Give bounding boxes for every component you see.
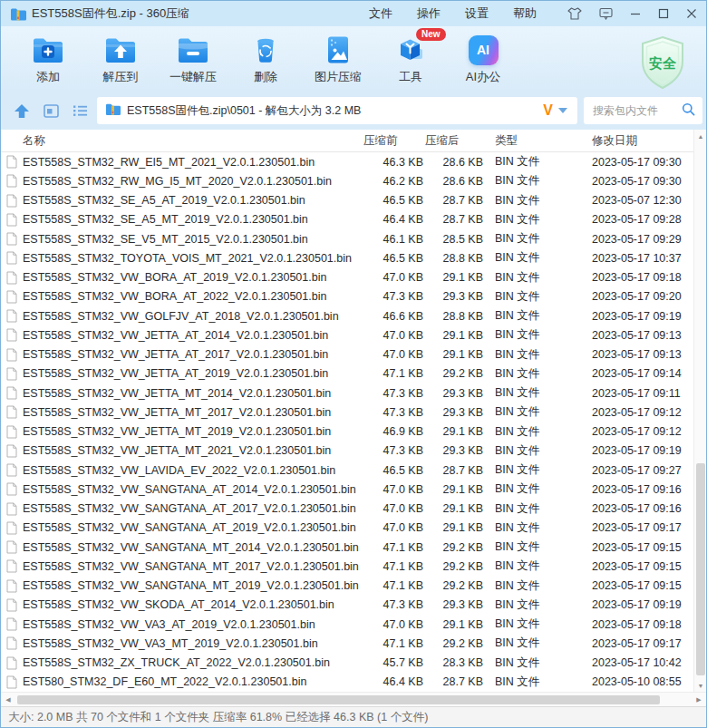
- delete-button[interactable]: 删除: [229, 26, 302, 92]
- table-row[interactable]: EST558S_STM32_TOYOTA_VOIS_MT_2021_V2.0.1…: [1, 248, 693, 267]
- file-type: BIN 文件: [483, 231, 570, 247]
- table-row[interactable]: EST580_STM32_DF_E60_MT_2022_V2.0.1.23050…: [1, 673, 693, 692]
- add-button[interactable]: 添加: [12, 26, 84, 92]
- one-click-extract-label: 一键解压: [169, 69, 217, 85]
- table-row[interactable]: EST558S_STM32_VW_JETTA_MT_2021_V2.0.1.23…: [1, 442, 693, 461]
- menu-actions[interactable]: 操作: [417, 5, 441, 22]
- file-icon: [6, 194, 23, 208]
- modified-date: 2023-05-17 09:13: [570, 329, 693, 342]
- table-row[interactable]: EST558S_STM32_VW_JETTA_MT_2014_V2.0.1.23…: [1, 383, 693, 403]
- one-click-extract-button[interactable]: 一键解压: [157, 26, 229, 92]
- feedback-icon[interactable]: [599, 7, 613, 20]
- file-icon: [6, 425, 23, 439]
- file-name: EST558S_STM32_VW_JETTA_AT_2014_V2.0.1.23…: [23, 329, 328, 342]
- table-row[interactable]: EST558S_STM32_SE_A5_MT_2019_V2.0.1.23050…: [1, 210, 693, 229]
- horizontal-scrollbar[interactable]: ◀ ▶: [1, 692, 706, 706]
- size-before: 46.5 KB: [363, 464, 423, 477]
- table-row[interactable]: EST558S_STM32_VW_SANGTANA_AT_2019_V2.0.1…: [1, 519, 693, 538]
- maximize-button[interactable]: [658, 8, 669, 19]
- table-row[interactable]: EST558S_STM32_VW_SANGTANA_MT_2014_V2.0.1…: [1, 538, 693, 557]
- close-button[interactable]: [686, 8, 697, 19]
- scroll-right-icon[interactable]: ▶: [692, 693, 706, 707]
- file-name: EST558S_STM32_RW_MG_I5_MT_2020_V2.0.1.23…: [23, 175, 332, 188]
- file-type: BIN 文件: [483, 443, 570, 459]
- safety-shield-badge[interactable]: 安全: [637, 35, 688, 90]
- table-row[interactable]: EST558S_STM32_VW_JETTA_AT_2019_V2.0.1.23…: [1, 364, 693, 383]
- column-size-after[interactable]: 压缩后: [423, 133, 483, 149]
- search-input[interactable]: [591, 103, 682, 118]
- table-row[interactable]: EST558S_STM32_VW_VA3_MT_2019_V2.0.1.2305…: [1, 634, 693, 653]
- table-row[interactable]: EST558S_STM32_SE_A5_AT_2019_V2.0.1.23050…: [1, 191, 693, 210]
- column-date[interactable]: 修改日期: [570, 133, 693, 149]
- vertical-scrollbar[interactable]: ▲ ▼: [693, 130, 706, 692]
- table-row[interactable]: EST558S_STM32_VW_LAVIDA_EV_2022_V2.0.1.2…: [1, 461, 693, 480]
- modified-date: 2023-05-17 09:30: [570, 156, 693, 169]
- table-row[interactable]: EST558S_STM32_VW_JETTA_MT_2017_V2.0.1.23…: [1, 403, 693, 422]
- table-row[interactable]: EST558S_STM32_VW_SANGTANA_AT_2017_V2.0.1…: [1, 500, 693, 519]
- minimize-button[interactable]: [630, 8, 641, 19]
- size-after: 28.5 KB: [423, 233, 483, 246]
- scroll-left-icon[interactable]: ◀: [1, 693, 15, 707]
- file-name: EST558S_STM32_VW_SANGTANA_AT_2017_V2.0.1…: [23, 502, 356, 515]
- file-type: BIN 文件: [483, 539, 570, 555]
- extract-to-button[interactable]: 解压到: [84, 26, 157, 92]
- menu-file[interactable]: 文件: [369, 5, 392, 22]
- list-view-icon[interactable]: [68, 99, 92, 122]
- column-name[interactable]: 名称: [23, 133, 363, 149]
- menu-settings[interactable]: 设置: [465, 5, 489, 22]
- ai-office-button[interactable]: AI AI办公: [447, 26, 519, 92]
- table-row[interactable]: EST558S_STM32_VW_SANGTANA_MT_2017_V2.0.1…: [1, 557, 693, 576]
- file-icon: [6, 309, 23, 323]
- address-bar[interactable]: EST558S固件包.zip\0501 - 解包大小为 3.2 MB V: [97, 97, 577, 124]
- table-row[interactable]: EST558S_STM32_VW_VA3_AT_2019_V2.0.1.2305…: [1, 615, 693, 634]
- table-row[interactable]: EST558S_STM32_VW_JETTA_MT_2019_V2.0.1.23…: [1, 422, 693, 442]
- modified-date: 2023-05-17 09:28: [570, 213, 693, 226]
- column-type[interactable]: 类型: [483, 133, 570, 149]
- table-row[interactable]: EST558S_STM32_VW_BORA_AT_2022_V2.0.1.230…: [1, 287, 693, 306]
- image-compress-button[interactable]: 图片压缩: [302, 26, 374, 92]
- file-type: BIN 文件: [483, 655, 570, 671]
- file-icon: [6, 636, 23, 650]
- table-row[interactable]: EST558S_STM32_VW_SKODA_AT_2014_V2.0.1.23…: [1, 596, 693, 615]
- menu-help[interactable]: 帮助: [513, 5, 537, 22]
- size-after: 29.2 KB: [423, 579, 483, 592]
- size-before: 47.0 KB: [363, 348, 423, 361]
- table-row[interactable]: EST558S_STM32_SE_V5_MT_2015_V2.0.1.23050…: [1, 229, 693, 248]
- view-mode-icon[interactable]: [39, 99, 63, 122]
- theme-shirt-icon[interactable]: [567, 7, 582, 20]
- modified-date: 2023-05-17 10:37: [570, 252, 693, 265]
- size-after: 29.2 KB: [423, 541, 483, 554]
- table-row[interactable]: EST558S_STM32_VW_SANGTANA_AT_2014_V2.0.1…: [1, 480, 693, 499]
- address-dropdown-icon[interactable]: [558, 108, 567, 113]
- up-directory-icon[interactable]: [10, 99, 34, 122]
- table-row[interactable]: EST558S_STM32_VW_JETTA_AT_2017_V2.0.1.23…: [1, 345, 693, 364]
- table-row[interactable]: EST558S_STM32_VW_JETTA_AT_2014_V2.0.1.23…: [1, 325, 693, 345]
- modified-date: 2023-05-17 10:42: [570, 656, 693, 669]
- table-row[interactable]: EST558S_STM32_RW_MG_I5_MT_2020_V2.0.1.23…: [1, 171, 693, 190]
- column-size-before[interactable]: 压缩前: [363, 133, 423, 149]
- safety-label: 安全: [649, 55, 677, 71]
- size-after: 28.7 KB: [423, 464, 483, 477]
- file-type: BIN 文件: [483, 424, 570, 440]
- scroll-up-icon[interactable]: ▲: [694, 130, 707, 142]
- size-after: 29.3 KB: [423, 290, 483, 303]
- file-icon: [6, 232, 23, 246]
- table-row[interactable]: EST558S_STM32_ZX_TRUCK_AT_2022_V2.0.1.23…: [1, 654, 693, 673]
- size-after: 29.1 KB: [423, 348, 483, 361]
- horizontal-scroll-thumb[interactable]: [17, 695, 660, 704]
- vertical-scroll-thumb[interactable]: [696, 463, 705, 675]
- table-row[interactable]: EST558S_STM32_VW_GOLFJV_AT_2018_V2.0.1.2…: [1, 306, 693, 325]
- table-row[interactable]: EST558S_STM32_VW_BORA_AT_2019_V2.0.1.230…: [1, 268, 693, 287]
- size-before: 47.0 KB: [363, 329, 423, 342]
- table-row[interactable]: EST558S_STM32_VW_SANGTANA_MT_2019_V2.0.1…: [1, 577, 693, 596]
- table-row[interactable]: EST558S_STM32_RW_EI5_MT_2021_V2.0.1.2305…: [1, 152, 693, 171]
- tools-button[interactable]: 工具 New: [374, 26, 447, 92]
- size-after: 29.1 KB: [423, 618, 483, 631]
- file-name: EST558S_STM32_SE_A5_AT_2019_V2.0.1.23050…: [23, 194, 305, 207]
- file-name: EST558S_STM32_VW_GOLFJV_AT_2018_V2.0.1.2…: [23, 310, 339, 323]
- scroll-down-icon[interactable]: ▼: [694, 679, 707, 692]
- search-icon[interactable]: [682, 102, 695, 120]
- modified-date: 2023-05-17 09:20: [570, 290, 693, 303]
- modified-date: 2023-05-17 09:12: [570, 406, 693, 419]
- file-type: BIN 文件: [483, 675, 570, 690]
